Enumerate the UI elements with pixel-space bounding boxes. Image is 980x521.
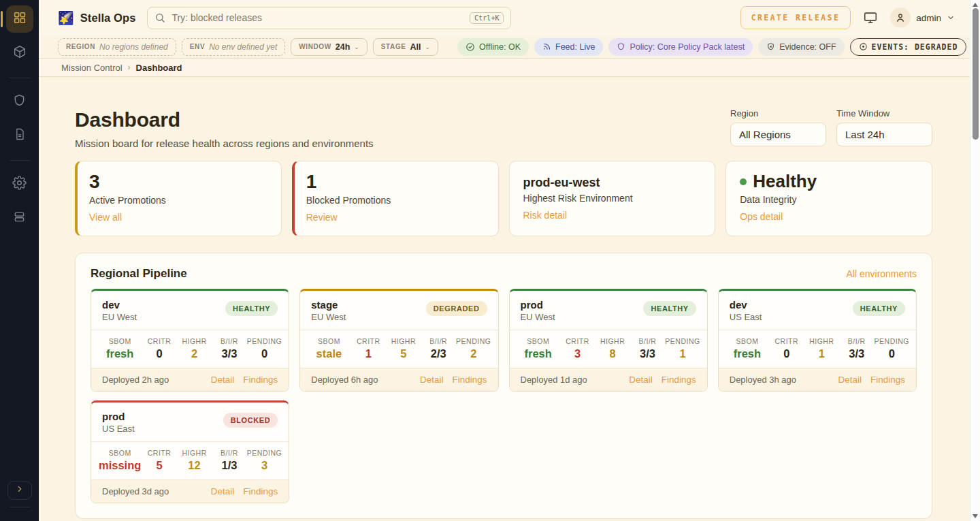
- sidebar: [0, 0, 39, 521]
- region-chip-label: REGION: [66, 43, 95, 50]
- metric-value: 5: [386, 347, 421, 360]
- metric-label: PENDING: [247, 449, 282, 457]
- sidebar-item-documents[interactable]: [6, 122, 33, 149]
- events-status-label: EVENTS: DEGRADED: [872, 42, 958, 52]
- search-input[interactable]: [172, 12, 463, 23]
- env-context-chip[interactable]: ENV No env defined yet: [182, 38, 285, 56]
- events-status-pill[interactable]: EVENTS: DEGRADED: [850, 38, 967, 56]
- environment-name: dev: [730, 299, 762, 311]
- offline-status-pill[interactable]: Offline: OK: [457, 38, 529, 56]
- metric-label: SBOM: [725, 337, 769, 345]
- evidence-status-label: Evidence: OFF: [779, 42, 836, 52]
- pipeline-card: prod EU West HEALTHY SBOMfresh CRITR3 HI…: [509, 289, 708, 392]
- metric-label: CRITR: [142, 449, 176, 457]
- findings-link[interactable]: Findings: [662, 375, 696, 385]
- metric-label: CRITR: [142, 337, 176, 345]
- deployed-timestamp: Deployed 2h ago: [102, 375, 169, 385]
- findings-link[interactable]: Findings: [243, 375, 278, 385]
- region-select[interactable]: All Regions: [730, 123, 826, 146]
- all-environments-link[interactable]: All environments: [847, 268, 917, 279]
- shield-icon: [617, 42, 625, 51]
- stat-value: Healthy: [753, 171, 817, 192]
- detail-link[interactable]: Detail: [838, 375, 862, 385]
- sidebar-item-security[interactable]: [6, 88, 33, 115]
- target-icon: [859, 42, 868, 51]
- feed-status-label: Feed: Live: [555, 42, 595, 52]
- metric-value: 12: [177, 459, 212, 472]
- metric-label: B/I/R: [421, 337, 456, 345]
- display-mode-button[interactable]: [863, 10, 878, 25]
- sidebar-divider: [10, 160, 30, 161]
- detail-link[interactable]: Detail: [211, 375, 235, 385]
- metric-value: 3/3: [839, 347, 874, 360]
- ops-detail-link[interactable]: Ops detail: [740, 211, 783, 222]
- environment-region: EU West: [521, 312, 555, 322]
- stat-label: Active Promotions: [89, 195, 267, 206]
- environment-name: dev: [102, 299, 137, 311]
- feed-status-pill[interactable]: Feed: Live: [534, 38, 603, 56]
- sidebar-item-dashboard[interactable]: [6, 5, 33, 33]
- stat-label: Data Integrity: [740, 194, 918, 205]
- metric-label: HIGHR: [595, 337, 630, 345]
- detail-link[interactable]: Detail: [420, 375, 444, 385]
- sidebar-expand-button[interactable]: [7, 481, 32, 500]
- vertical-scrollbar[interactable]: [970, 0, 980, 521]
- metric-label: PENDING: [247, 337, 282, 345]
- environment-name: stage: [311, 299, 346, 311]
- detail-link[interactable]: Detail: [629, 375, 653, 385]
- rss-icon: [542, 42, 551, 51]
- global-search[interactable]: Ctrl+K: [147, 7, 511, 29]
- metric-value: fresh: [725, 347, 769, 360]
- stat-value: 3: [89, 171, 267, 193]
- search-shortcut-badge: Ctrl+K: [470, 12, 504, 24]
- time-window-filter-label: Time Window: [836, 108, 932, 119]
- window-filter-chip[interactable]: WINDOW 24h ⌄: [291, 38, 368, 56]
- scroll-down-arrow[interactable]: [973, 514, 978, 518]
- risk-detail-link[interactable]: Risk detail: [523, 210, 568, 221]
- findings-link[interactable]: Findings: [870, 375, 905, 385]
- environment-region: US East: [730, 312, 762, 322]
- document-icon: [13, 127, 27, 144]
- metric-label: SBOM: [98, 449, 142, 457]
- metric-value: 1: [804, 347, 839, 360]
- metric-label: B/I/R: [839, 337, 874, 345]
- stage-chip-label: STAGE: [381, 43, 406, 50]
- metric-label: SBOM: [517, 337, 560, 345]
- context-status-bar: REGION No regions defined ENV No env def…: [39, 35, 970, 59]
- evidence-status-pill[interactable]: Evidence: OFF: [758, 38, 844, 56]
- region-context-chip[interactable]: REGION No regions defined: [58, 38, 176, 56]
- chevron-down-icon: ⌄: [425, 44, 431, 50]
- metric-label: HIGHR: [177, 449, 212, 457]
- view-all-link[interactable]: View all: [89, 212, 122, 223]
- findings-link[interactable]: Findings: [243, 486, 278, 496]
- metric-label: CRITR: [560, 337, 595, 345]
- stage-filter-chip[interactable]: STAGE All ⌄: [373, 38, 438, 56]
- sidebar-item-settings[interactable]: [6, 170, 33, 198]
- policy-status-pill[interactable]: Policy: Core Policy Pack latest: [608, 38, 753, 56]
- metric-label: B/I/R: [212, 449, 246, 457]
- deployed-timestamp: Deployed 3d ago: [102, 486, 169, 496]
- environment-name: prod: [102, 411, 135, 422]
- pipeline-card: stage EU West DEGRADED SBOMstale CRITR1 …: [299, 289, 498, 392]
- create-release-button[interactable]: CREATE RELEASE: [740, 6, 851, 29]
- status-badge: BLOCKED: [223, 413, 278, 428]
- status-badge: HEALTHY: [853, 301, 905, 316]
- findings-link[interactable]: Findings: [452, 375, 487, 385]
- scroll-up-arrow[interactable]: [973, 3, 978, 7]
- metric-value: 3/3: [212, 347, 246, 360]
- environment-name: prod: [521, 299, 555, 311]
- breadcrumb-parent[interactable]: Mission Control: [61, 63, 122, 73]
- window-chip-value: 24h: [336, 42, 350, 52]
- panel-title: Regional Pipeline: [91, 267, 187, 281]
- detail-link[interactable]: Detail: [211, 486, 235, 496]
- package-icon: [12, 44, 27, 62]
- page-subtitle: Mission board for release health across …: [75, 138, 374, 149]
- scrollbar-thumb[interactable]: [973, 8, 979, 140]
- user-menu[interactable]: admin: [890, 7, 955, 28]
- stat-value: 1: [306, 171, 485, 193]
- sidebar-item-releases[interactable]: [6, 40, 33, 67]
- review-link[interactable]: Review: [306, 212, 338, 223]
- metric-label: SBOM: [307, 337, 350, 345]
- sidebar-item-infrastructure[interactable]: [6, 204, 33, 232]
- time-window-select[interactable]: Last 24h: [836, 123, 932, 146]
